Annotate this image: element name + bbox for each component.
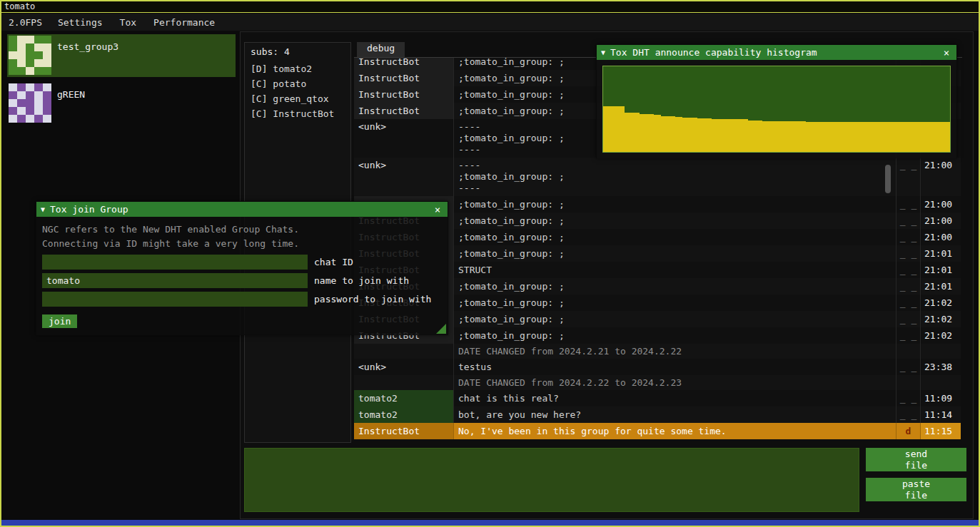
message-row[interactable]: <unk>---- ;tomato_in_group: ; ----_ _21:… bbox=[354, 158, 961, 196]
histogram-bar bbox=[675, 117, 682, 152]
histogram-bar bbox=[834, 122, 842, 152]
message-flags: _ _ bbox=[896, 245, 921, 262]
avatar-pixel bbox=[9, 36, 17, 44]
send-file-button[interactable]: send file bbox=[866, 448, 966, 471]
collapse-arrow-icon[interactable]: ▼ bbox=[41, 205, 45, 213]
histogram-bar bbox=[929, 122, 936, 152]
avatar-pixel bbox=[26, 91, 34, 99]
message-row[interactable]: DATE CHANGED from 2024.2.21 to 2024.2.22 bbox=[354, 344, 961, 359]
avatar-pixel bbox=[26, 59, 34, 67]
avatar-pixel bbox=[17, 91, 26, 99]
message-flags: d bbox=[896, 423, 921, 439]
menu-item-tox[interactable]: Tox bbox=[111, 17, 145, 28]
histogram-bar bbox=[661, 116, 668, 152]
histogram-bar bbox=[726, 119, 733, 152]
histogram-bar bbox=[755, 121, 762, 152]
histogram-bar bbox=[740, 119, 747, 152]
histogram-bar bbox=[640, 114, 647, 152]
message-time: 21:02 bbox=[921, 327, 961, 344]
avatar-pixel bbox=[26, 51, 34, 59]
message-time: 23:38 bbox=[921, 359, 961, 375]
histogram-bar bbox=[871, 122, 878, 152]
sender-name: InstructBot bbox=[354, 58, 454, 70]
os-titlebar: tomato bbox=[1, 1, 979, 13]
sidebar-item-gREEN[interactable]: gREEN bbox=[7, 82, 236, 125]
histogram-bar bbox=[610, 106, 617, 152]
join-input-1[interactable] bbox=[42, 273, 308, 288]
avatar-pixel bbox=[9, 67, 17, 75]
avatar-pixel bbox=[43, 107, 51, 115]
sender-name bbox=[354, 375, 454, 390]
group-avatar bbox=[9, 36, 51, 75]
message-time bbox=[921, 375, 961, 390]
sub-item-potato[interactable]: [C] potato bbox=[245, 76, 350, 91]
sidebar-item-test_group3[interactable]: test_group3 bbox=[7, 34, 236, 77]
join-input-2[interactable] bbox=[42, 292, 308, 307]
window-title: tomato bbox=[4, 1, 35, 11]
histogram-bar bbox=[733, 119, 740, 152]
histogram-bar bbox=[936, 122, 943, 152]
message-text: testus bbox=[454, 359, 896, 375]
message-flags: _ _ bbox=[896, 327, 921, 344]
scrollbar-thumb[interactable] bbox=[885, 165, 891, 193]
message-text: ;tomato_in_group: ; bbox=[454, 327, 896, 344]
join-group-title: Tox join Group bbox=[50, 204, 128, 215]
paste-file-button[interactable]: paste file bbox=[866, 478, 966, 501]
message-row[interactable]: tomato2chat is this real?_ _11:09 bbox=[354, 390, 961, 406]
tab-debug[interactable]: debug bbox=[357, 42, 405, 57]
avatar-pixel bbox=[43, 51, 51, 59]
histogram-bar bbox=[827, 122, 834, 152]
join-info-line: Connecting via ID might take a very long… bbox=[42, 237, 442, 251]
avatar-pixel bbox=[43, 99, 51, 107]
sub-item-InstructBot[interactable]: [C] InstructBot bbox=[245, 106, 350, 121]
join-input-0[interactable] bbox=[42, 255, 308, 270]
histogram-bar bbox=[603, 106, 610, 152]
message-flags: _ _ bbox=[896, 229, 921, 245]
message-flags: _ _ bbox=[896, 278, 921, 295]
join-field-row: chat ID bbox=[42, 255, 442, 270]
menu-item-performance[interactable]: Performance bbox=[145, 17, 223, 28]
avatar-pixel bbox=[17, 83, 26, 91]
histogram-bar bbox=[719, 119, 726, 152]
message-time: 21:00 bbox=[921, 196, 961, 213]
close-icon[interactable]: × bbox=[432, 204, 443, 215]
sub-item-green_qtox[interactable]: [C] green_qtox bbox=[245, 91, 350, 106]
message-row[interactable]: DATE CHANGED from 2024.2.22 to 2024.2.23 bbox=[354, 375, 961, 390]
message-row[interactable]: tomato2bot, are you new here?_ _11:14 bbox=[354, 406, 961, 423]
join-group-titlebar: ▼ Tox join Group × bbox=[36, 202, 448, 217]
avatar-pixel bbox=[43, 36, 51, 44]
histogram-bar bbox=[784, 121, 791, 152]
message-time: 11:15 bbox=[921, 423, 961, 439]
message-row[interactable]: <unk>testus_ _23:38 bbox=[354, 359, 961, 375]
message-input[interactable] bbox=[244, 448, 859, 512]
avatar-pixel bbox=[43, 83, 51, 91]
close-icon[interactable]: × bbox=[941, 47, 952, 58]
histogram-bar bbox=[625, 113, 632, 152]
join-field-label: name to join with bbox=[314, 275, 409, 286]
group-avatar bbox=[9, 83, 51, 123]
sub-item-tomato2[interactable]: [D] tomato2 bbox=[245, 61, 350, 76]
group-name: gREEN bbox=[57, 89, 85, 100]
message-text: DATE CHANGED from 2024.2.22 to 2024.2.23 bbox=[454, 375, 896, 390]
histogram-bar bbox=[682, 118, 689, 152]
histogram-bar bbox=[921, 122, 929, 152]
message-time: 11:09 bbox=[921, 390, 961, 406]
collapse-arrow-icon[interactable]: ▼ bbox=[601, 48, 605, 56]
menu-item-settings[interactable]: Settings bbox=[49, 17, 111, 28]
histogram-bar bbox=[632, 113, 640, 152]
dht-histogram-window: ▼ Tox DHT announce capability histogram … bbox=[596, 44, 957, 158]
resize-grip[interactable] bbox=[436, 324, 446, 334]
dht-histogram-body bbox=[597, 60, 956, 158]
message-row[interactable]: InstructBotNo, I've been in this group f… bbox=[354, 423, 961, 439]
menu-bar: 2.0FPS SettingsToxPerformance bbox=[1, 14, 979, 31]
avatar-pixel bbox=[17, 107, 26, 115]
avatar-pixel bbox=[9, 107, 17, 115]
subs-header: subs: 4 bbox=[245, 43, 350, 61]
avatar-pixel bbox=[26, 44, 34, 51]
message-time: 21:00 bbox=[921, 213, 961, 229]
histogram-plot[interactable] bbox=[602, 66, 951, 153]
join-button[interactable]: join bbox=[42, 314, 77, 328]
sender-name: InstructBot bbox=[354, 103, 454, 119]
message-time: 21:00 bbox=[921, 229, 961, 245]
avatar-pixel bbox=[34, 99, 43, 107]
